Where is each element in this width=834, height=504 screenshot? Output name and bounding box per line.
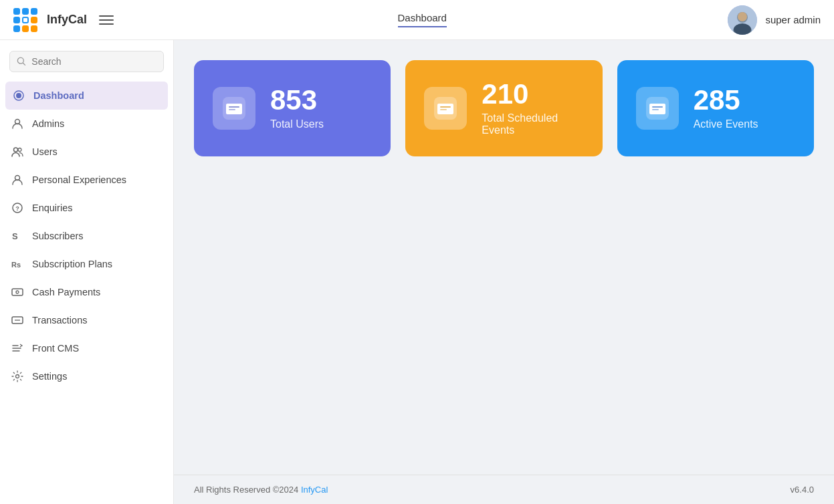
admins-icon [11,117,24,130]
stat-number-active: 285 [694,86,758,114]
svg-point-10 [14,148,18,152]
user-name-label: super admin [765,14,821,25]
sidebar-item-label: Users [32,146,58,157]
sidebar-item-label: Front CMS [32,343,79,354]
sidebar-item-label: Enquiries [32,203,72,213]
subscription-plans-icon: Rs [11,257,24,271]
main-content: 853 Total Users 21 [174,40,834,504]
transactions-icon [11,313,24,327]
sidebar-item-dashboard[interactable]: Dashboard [5,82,168,110]
avatar-image [728,5,757,35]
sidebar-item-users[interactable]: Users [0,138,173,166]
sidebar-item-label: Transactions [32,315,87,326]
enquiries-icon: ? [11,201,24,215]
stat-label-scheduled: Total Scheduled Events [482,112,583,136]
sidebar-item-settings[interactable]: Settings [0,362,173,390]
sidebar-item-label: Settings [32,371,67,382]
svg-line-6 [23,63,25,65]
dashboard-nav-link[interactable]: Dashboard [398,12,447,27]
sidebar-item-personal-experiences[interactable]: Personal Experiences [0,166,173,194]
footer-brand-link[interactable]: InfyCal [301,485,328,495]
svg-text:S: S [12,231,18,241]
footer-copyright: All Rights Reserved ©2024 InfyCal [194,485,328,495]
app-name: InfyCal [47,13,87,27]
svg-rect-36 [652,109,659,110]
stat-icon-box-users [213,87,255,130]
navbar-left: InfyCal [13,8,116,32]
stat-card-active-events: 285 Active Events [617,60,814,156]
svg-rect-28 [229,109,235,110]
sidebar-item-enquiries[interactable]: ? Enquiries [0,194,173,222]
app-logo [13,8,37,32]
svg-rect-31 [440,106,451,108]
navbar-right: super admin [728,5,821,35]
front-cms-icon [11,342,24,355]
avatar [728,5,757,35]
stat-info-users: 853 Total Users [270,86,324,130]
cash-payments-icon [11,285,24,299]
sidebar-item-label: Personal Experiences [32,174,126,185]
content-inner: 853 Total Users 21 [174,40,834,475]
users-icon [11,145,24,158]
stat-label-active: Active Events [694,118,758,130]
stat-icon-box-active [636,87,679,130]
search-wrapper [9,51,164,72]
svg-rect-32 [440,109,447,110]
stats-row: 853 Total Users 21 [194,60,814,156]
stat-number-users: 853 [270,86,324,114]
dashboard-icon [12,89,25,102]
subscribers-icon: S [11,229,24,243]
sidebar-item-subscription-plans[interactable]: Rs Subscription Plans [0,250,173,278]
svg-point-24 [16,375,19,378]
svg-text:Rs: Rs [11,261,21,269]
active-stat-icon [646,97,669,120]
sidebar-item-label: Dashboard [33,90,84,101]
stat-icon-box-scheduled [424,87,467,130]
settings-icon [11,370,24,383]
svg-rect-27 [229,106,239,108]
personal-experiences-icon [11,173,24,186]
svg-text:?: ? [15,205,19,212]
sidebar: Dashboard Admins [0,40,174,504]
stat-label-users: Total Users [270,118,324,130]
stat-info-scheduled: 210 Total Scheduled Events [482,80,583,136]
stat-card-scheduled-events: 210 Total Scheduled Events [405,60,602,156]
stat-card-total-users: 853 Total Users [194,60,391,156]
stat-info-active: 285 Active Events [694,86,758,130]
main-layout: Dashboard Admins [0,40,834,504]
sidebar-nav: Dashboard Admins [0,79,173,393]
navbar: InfyCal Dashboard super admin [0,0,834,40]
search-icon [17,56,26,67]
sidebar-item-label: Admins [32,118,64,129]
search-box [0,40,173,79]
hamburger-button[interactable] [96,13,116,27]
sidebar-item-admins[interactable]: Admins [0,110,173,138]
sidebar-item-subscribers[interactable]: S Subscribers [0,222,173,250]
search-input[interactable] [31,56,157,67]
navbar-center: Dashboard [398,12,447,27]
users-stat-icon [223,97,245,120]
svg-point-18 [16,291,19,293]
sidebar-item-front-cms[interactable]: Front CMS [0,334,173,362]
svg-rect-17 [12,289,23,295]
footer-version: v6.4.0 [791,485,814,495]
footer: All Rights Reserved ©2024 InfyCal v6.4.0 [174,475,834,504]
scheduled-stat-icon [434,97,457,120]
sidebar-item-label: Subscription Plans [32,259,112,269]
sidebar-item-label: Cash Payments [32,287,100,297]
svg-point-7 [16,93,21,98]
svg-point-3 [738,12,747,21]
svg-rect-35 [652,106,663,108]
svg-point-11 [18,148,21,152]
sidebar-item-label: Subscribers [32,231,84,241]
sidebar-item-cash-payments[interactable]: Cash Payments [0,278,173,306]
stat-number-scheduled: 210 [482,80,583,108]
sidebar-item-transactions[interactable]: Transactions [0,306,173,334]
